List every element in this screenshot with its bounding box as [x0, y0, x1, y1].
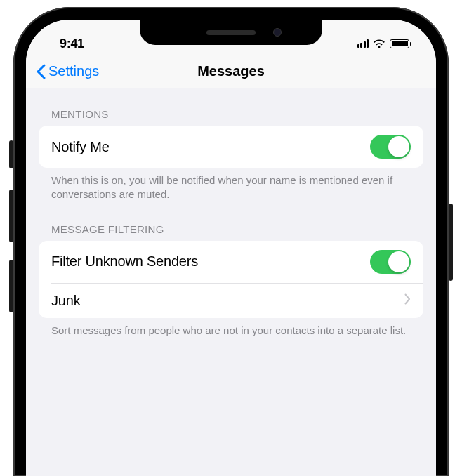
screen: 9:41 Settings Messages [26, 20, 436, 476]
group-filtering: Filter Unknown Senders Junk [39, 241, 423, 318]
back-button[interactable]: Settings [36, 63, 99, 79]
row-filter-unknown[interactable]: Filter Unknown Senders [39, 241, 423, 283]
toggle-knob [388, 251, 409, 272]
chevron-right-icon [404, 293, 411, 308]
page-title: Messages [197, 63, 265, 79]
mentions-footer: When this is on, you will be notified wh… [39, 168, 423, 202]
chevron-left-icon [36, 64, 46, 79]
status-icons [357, 39, 410, 48]
silent-switch [9, 140, 13, 168]
junk-label: Junk [51, 293, 80, 309]
cellular-signal-icon [357, 39, 369, 48]
volume-down-button [9, 260, 13, 312]
power-button [449, 204, 453, 281]
content: Mentions Notify Me When this is on, you … [26, 88, 436, 338]
notch [140, 20, 322, 45]
group-mentions: Notify Me [39, 126, 423, 168]
status-time: 9:41 [60, 37, 84, 51]
notify-me-label: Notify Me [51, 139, 110, 155]
row-junk[interactable]: Junk [51, 283, 423, 318]
toggle-knob [388, 136, 409, 157]
filter-unknown-label: Filter Unknown Senders [51, 253, 198, 270]
notify-me-toggle[interactable] [370, 135, 411, 159]
phone-frame: 9:41 Settings Messages [13, 7, 449, 476]
row-notify-me[interactable]: Notify Me [39, 126, 423, 168]
section-header-mentions: Mentions [39, 88, 423, 126]
filter-unknown-toggle[interactable] [370, 250, 411, 274]
back-label: Settings [48, 63, 99, 79]
section-header-filtering: Message Filtering [39, 202, 423, 241]
speaker-grille [206, 30, 256, 35]
volume-up-button [9, 190, 13, 242]
wifi-icon [373, 39, 385, 48]
filtering-footer: Sort messages from people who are not in… [39, 318, 423, 338]
battery-icon [390, 39, 409, 48]
front-camera [273, 28, 282, 37]
nav-bar: Settings Messages [26, 55, 436, 88]
